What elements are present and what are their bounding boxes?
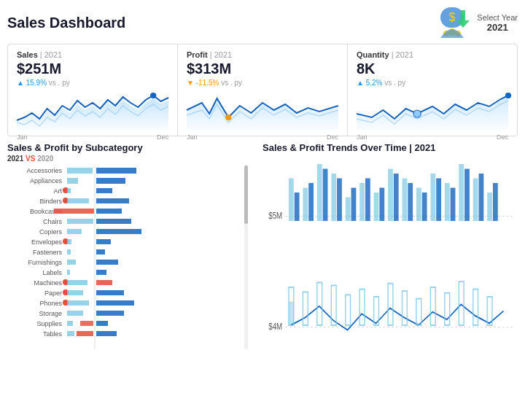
svg-rect-98	[445, 183, 450, 221]
kpi-profit-change: ▼ -11.5% vs . py	[187, 79, 338, 87]
subcat-svg: Accessories Appliances Art Binders	[7, 166, 248, 349]
kpi-sales-value: $251M	[17, 61, 168, 77]
svg-rect-100	[459, 164, 464, 221]
kpi-profit-sparkline: JanDec	[187, 90, 338, 130]
trends-title: Sales & Profit Trends Over Time | 2021	[262, 142, 518, 153]
svg-text:Labels: Labels	[42, 269, 62, 276]
kpi-profit-label: Profit | 2021	[187, 50, 338, 59]
svg-rect-92	[402, 179, 408, 222]
svg-rect-64	[80, 321, 93, 326]
trends-svg: $5M $4M	[262, 155, 518, 411]
svg-rect-42	[67, 260, 76, 265]
svg-rect-96	[430, 174, 435, 221]
svg-rect-103	[479, 174, 484, 221]
svg-rect-69	[96, 331, 117, 336]
trends-chart-area: $5M $4M	[262, 155, 518, 411]
year-selector[interactable]: Select Year 2021	[477, 13, 518, 33]
svg-rect-77	[295, 192, 300, 221]
svg-rect-19	[67, 188, 71, 193]
svg-text:Appliances: Appliances	[30, 177, 63, 184]
svg-rect-37	[96, 239, 111, 244]
svg-text:Envelopes: Envelopes	[31, 238, 63, 246]
svg-rect-58	[96, 300, 134, 306]
svg-point-8	[413, 110, 421, 117]
selected-year: 2021	[487, 22, 508, 33]
sparkline-sales-axis: JanDec	[17, 133, 168, 141]
subcategory-title: Sales & Profit by Subcategory	[7, 142, 255, 153]
svg-rect-45	[67, 270, 70, 275]
svg-rect-78	[303, 188, 308, 222]
svg-rect-80	[317, 164, 322, 221]
svg-point-6	[150, 93, 156, 98]
kpi-quantity: Quantity | 2021 8K ▲ 5.2% vs . py	[348, 44, 517, 136]
award-icon: $	[433, 7, 471, 38]
kpi-sales-change: ▲ 15.9% vs . py	[17, 79, 168, 87]
sparkline-profit-axis: JanDec	[187, 133, 338, 141]
svg-point-7	[225, 114, 231, 120]
svg-rect-49	[67, 280, 88, 285]
select-year-label: Select Year	[477, 13, 518, 22]
svg-rect-24	[96, 198, 129, 203]
svg-rect-76	[289, 179, 294, 222]
dashboard: Sales Dashboard $ Select Year 2021	[0, 0, 525, 420]
svg-point-9	[505, 93, 511, 98]
svg-rect-67	[67, 331, 74, 336]
svg-rect-16	[96, 178, 125, 184]
bottom-row: Sales & Profit by Subcategory 2021 VS 20…	[7, 142, 518, 413]
kpi-sales-sparkline: JanDec	[17, 90, 168, 130]
svg-rect-118	[445, 293, 450, 325]
kpi-sales-label: Sales | 2021	[17, 50, 168, 59]
svg-rect-116	[416, 299, 421, 325]
svg-text:Supplies: Supplies	[36, 320, 62, 327]
svg-rect-87	[365, 179, 370, 222]
trends-panel: Sales & Profit Trends Over Time | 2021 $…	[262, 142, 518, 413]
svg-rect-84	[346, 198, 351, 222]
svg-rect-13	[96, 168, 136, 174]
svg-rect-12	[67, 168, 93, 174]
svg-rect-82	[331, 174, 336, 221]
svg-rect-95	[422, 192, 427, 221]
svg-rect-40	[96, 249, 105, 254]
svg-rect-112	[359, 289, 365, 325]
kpi-quantity-value: 8K	[357, 61, 508, 77]
svg-rect-90	[388, 169, 393, 222]
svg-text:$4M: $4M	[268, 322, 282, 332]
subcategory-subtitle: 2021 VS 2020	[7, 155, 255, 163]
svg-rect-111	[346, 295, 351, 325]
svg-rect-106	[289, 302, 294, 326]
svg-text:Chairs: Chairs	[43, 218, 63, 225]
svg-rect-99	[451, 188, 456, 222]
svg-rect-27	[96, 209, 122, 214]
svg-rect-115	[402, 291, 408, 325]
svg-text:Phones: Phones	[39, 300, 62, 307]
svg-text:Storage: Storage	[39, 310, 62, 317]
page-title: Sales Dashboard	[7, 15, 125, 31]
svg-text:Machines: Machines	[34, 279, 62, 287]
header-right: $ Select Year 2021	[433, 7, 518, 38]
svg-rect-105	[493, 183, 498, 221]
svg-rect-36	[67, 239, 71, 244]
kpi-quantity-change: ▲ 5.2% vs . py	[357, 79, 508, 87]
svg-rect-54	[96, 290, 124, 295]
svg-rect-30	[96, 219, 131, 224]
svg-rect-119	[459, 281, 464, 325]
svg-text:Paper: Paper	[44, 289, 62, 297]
svg-rect-53	[67, 290, 83, 295]
svg-text:Copiers: Copiers	[39, 228, 63, 236]
svg-text:Fasteners: Fasteners	[33, 249, 63, 256]
kpi-profit: Profit | 2021 $313M ▼ -11.5% vs . py	[178, 44, 348, 136]
svg-rect-91	[394, 174, 399, 221]
svg-rect-94	[416, 188, 421, 222]
svg-rect-88	[374, 192, 379, 221]
svg-rect-93	[408, 183, 413, 221]
svg-text:Furnishings: Furnishings	[28, 259, 62, 266]
svg-rect-102	[473, 179, 478, 222]
svg-rect-114	[388, 284, 393, 325]
svg-rect-83	[337, 179, 342, 222]
svg-rect-120	[473, 289, 478, 325]
svg-rect-86	[359, 183, 365, 221]
svg-rect-33	[96, 229, 141, 234]
kpi-profit-value: $313M	[187, 61, 338, 77]
svg-text:Tables: Tables	[43, 330, 63, 338]
svg-rect-32	[67, 229, 82, 234]
